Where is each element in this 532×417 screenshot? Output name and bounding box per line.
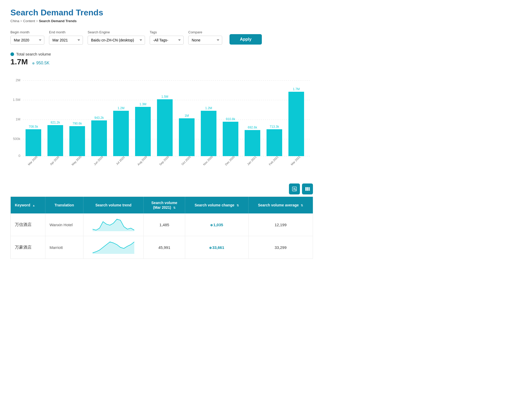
search-engine-filter: Search Engine Baidu cn-ZH-CN (desktop) bbox=[88, 30, 145, 45]
svg-text:692.6k: 692.6k bbox=[248, 126, 257, 129]
average-cell: 12,199 bbox=[248, 213, 313, 236]
bar-apr2020 bbox=[47, 125, 63, 156]
columns-icon bbox=[305, 186, 310, 192]
apply-button[interactable]: Apply bbox=[229, 34, 262, 45]
col-translation: Translation bbox=[45, 197, 83, 214]
page-title: Search Demand Trends bbox=[10, 8, 313, 17]
change-cell: ⊕33,661 bbox=[185, 236, 249, 259]
breadcrumb-china: China bbox=[10, 19, 19, 23]
bar-mar2020 bbox=[26, 129, 41, 156]
end-month-label: End month bbox=[49, 30, 83, 34]
col-keyword[interactable]: Keyword ▲ bbox=[11, 197, 45, 214]
average-sort-icon: ⇅ bbox=[301, 204, 303, 207]
svg-text:943.2k: 943.2k bbox=[94, 116, 104, 120]
svg-marker-44 bbox=[93, 242, 134, 254]
volume-number: 1.7M bbox=[10, 57, 28, 66]
svg-text:Jan 2021: Jan 2021 bbox=[246, 155, 257, 166]
bar-oct2020 bbox=[179, 118, 195, 156]
bar-may2020 bbox=[69, 126, 85, 156]
change-positive-icon: ⊕ bbox=[209, 246, 212, 250]
col-trend: Search volume trend bbox=[83, 197, 143, 214]
svg-text:1M: 1M bbox=[185, 114, 189, 118]
export-icon bbox=[292, 186, 297, 192]
svg-text:Feb 2021: Feb 2021 bbox=[268, 155, 279, 166]
chart-container: 2M 1.5M 1M 500k 0 708.5k Mar 2020 821.2k… bbox=[10, 74, 313, 173]
average-cell: 33,299 bbox=[248, 236, 313, 259]
bar-jul2020 bbox=[113, 111, 129, 156]
keywords-table: Keyword ▲ Translation Search volume tren… bbox=[10, 197, 313, 259]
svg-rect-42 bbox=[309, 187, 310, 191]
svg-text:2M: 2M bbox=[16, 78, 20, 82]
end-month-select[interactable]: Mar 2021 bbox=[49, 36, 83, 45]
sparkline-chart bbox=[93, 218, 134, 231]
svg-text:1.7M: 1.7M bbox=[293, 87, 300, 91]
svg-text:Oct 2020: Oct 2020 bbox=[181, 155, 191, 166]
svg-text:0: 0 bbox=[19, 154, 20, 158]
svg-text:1.2M: 1.2M bbox=[205, 106, 212, 110]
col-volume[interactable]: Search volume(Mar 2021) ⇅ bbox=[144, 197, 185, 214]
tags-filter: Tags -All Tags- bbox=[150, 30, 184, 45]
svg-text:Apr 2020: Apr 2020 bbox=[49, 155, 60, 166]
search-engine-label: Search Engine bbox=[88, 30, 145, 34]
breadcrumb-current: Search Demand Trends bbox=[39, 19, 77, 23]
main-page: Search Demand Trends China > Content > S… bbox=[0, 0, 323, 267]
bar-sep2020 bbox=[157, 99, 173, 156]
col-change[interactable]: Search volume change ⇅ bbox=[185, 197, 249, 214]
bar-dec2020 bbox=[223, 122, 238, 156]
change-icon: ⊕ bbox=[32, 62, 35, 65]
keyword-sort-icon: ▲ bbox=[32, 204, 35, 207]
sparkline-chart bbox=[93, 241, 134, 254]
translation-cell: Wanxin Hotel bbox=[45, 213, 83, 236]
tags-label: Tags bbox=[150, 30, 184, 34]
svg-text:500k: 500k bbox=[13, 137, 21, 141]
svg-text:Nov 2020: Nov 2020 bbox=[202, 155, 213, 166]
volume-change: ⊕ 950.5K bbox=[32, 61, 50, 65]
filters-bar: Begin month Mar 2020 End month Mar 2021 … bbox=[10, 30, 313, 45]
total-volume-label: Total search volume bbox=[10, 52, 313, 56]
keyword-cell: 万豪酒店 bbox=[11, 236, 45, 259]
bar-jan2021 bbox=[245, 130, 260, 156]
svg-text:790.6k: 790.6k bbox=[72, 122, 82, 125]
breadcrumb-content: Content bbox=[23, 19, 35, 23]
change-positive-icon: ⊕ bbox=[210, 223, 213, 227]
bar-nov2020 bbox=[201, 111, 216, 156]
volume-cell: 1,485 bbox=[144, 213, 185, 236]
svg-text:1.3M: 1.3M bbox=[140, 102, 147, 106]
columns-button[interactable] bbox=[302, 183, 313, 194]
svg-text:1.2M: 1.2M bbox=[118, 106, 125, 110]
svg-text:1.5M: 1.5M bbox=[13, 98, 20, 102]
tags-select[interactable]: -All Tags- bbox=[150, 36, 184, 45]
compare-label: Compare bbox=[188, 30, 222, 34]
svg-text:1M: 1M bbox=[16, 117, 20, 121]
svg-text:Mar 2020: Mar 2020 bbox=[27, 155, 38, 166]
keyword-cell: 万信酒店 bbox=[11, 213, 45, 236]
svg-text:May 2020: May 2020 bbox=[71, 155, 82, 166]
breadcrumb: China > Content > Search Demand Trends bbox=[10, 19, 313, 23]
change-sort-icon: ⇅ bbox=[237, 204, 239, 207]
begin-month-select[interactable]: Mar 2020 bbox=[10, 36, 44, 45]
svg-text:Jul 2020: Jul 2020 bbox=[115, 156, 125, 165]
svg-text:Mar 2021: Mar 2021 bbox=[290, 155, 301, 166]
translation-cell: Marriott bbox=[45, 236, 83, 259]
col-average[interactable]: Search volume average ⇅ bbox=[248, 197, 313, 214]
volume-values: 1.7M ⊕ 950.5K bbox=[10, 57, 313, 66]
compare-select[interactable]: None bbox=[188, 36, 222, 45]
svg-text:1.5M: 1.5M bbox=[161, 95, 168, 99]
svg-text:708.5k: 708.5k bbox=[29, 125, 38, 128]
trend-cell bbox=[83, 236, 143, 259]
svg-text:Jun 2020: Jun 2020 bbox=[93, 155, 104, 166]
trend-cell bbox=[83, 213, 143, 236]
svg-rect-40 bbox=[305, 187, 307, 191]
svg-text:Aug 2020: Aug 2020 bbox=[137, 155, 148, 166]
table-row: 万豪酒店 Marriott 45,991 ⊕33,661 33,299 bbox=[11, 236, 313, 259]
volume-dot bbox=[10, 52, 14, 56]
total-volume-section: Total search volume 1.7M ⊕ 950.5K bbox=[10, 52, 313, 66]
bar-feb2021 bbox=[267, 129, 282, 156]
bar-chart: 2M 1.5M 1M 500k 0 708.5k Mar 2020 821.2k… bbox=[10, 74, 313, 173]
svg-text:910.8k: 910.8k bbox=[226, 117, 235, 121]
table-row: 万信酒店 Wanxin Hotel 1,485 ⊕1,035 12,199 bbox=[11, 213, 313, 236]
export-button[interactable] bbox=[289, 183, 300, 194]
volume-sort-icon: ⇅ bbox=[173, 206, 176, 209]
begin-month-filter: Begin month Mar 2020 bbox=[10, 30, 44, 45]
search-engine-select[interactable]: Baidu cn-ZH-CN (desktop) bbox=[88, 36, 145, 45]
